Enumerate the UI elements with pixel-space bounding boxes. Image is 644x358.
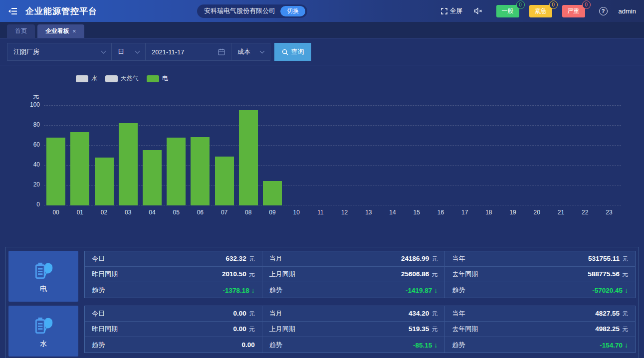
metric-label: 上月同期: [269, 270, 295, 279]
bar-hour-03[interactable]: [119, 123, 138, 205]
metric-value: 4827.55元: [595, 310, 628, 318]
fullscreen-button[interactable]: 全屏: [441, 6, 463, 15]
metric-unit: 元: [431, 255, 437, 262]
alarm-button-严重[interactable]: 严重0: [562, 5, 585, 17]
metric-label: 趋势: [452, 341, 465, 350]
metric-number: -1419.87: [406, 287, 432, 294]
tab-enterprise-board[interactable]: 企业看板 ×: [37, 24, 84, 38]
metric-value: 434.20元: [409, 310, 437, 318]
help-icon[interactable]: ?: [599, 7, 608, 15]
x-axis-tick: 04: [141, 209, 163, 216]
metric-value: -154.70↓: [600, 341, 628, 349]
bar-hour-05[interactable]: [167, 138, 186, 205]
metric-label: 去年同期: [452, 270, 478, 279]
metric-cell: 今日632.32元: [85, 251, 262, 267]
x-axis-tick: 12: [334, 209, 356, 216]
query-button[interactable]: 查询: [274, 43, 311, 61]
x-axis-tick: 01: [69, 209, 91, 216]
legend-label: 天然气: [121, 74, 139, 83]
site-select[interactable]: 江阴厂房: [7, 43, 112, 61]
x-axis-tick: 21: [550, 209, 572, 216]
bar-hour-01[interactable]: [70, 132, 89, 205]
x-axis-tick: 19: [502, 209, 524, 216]
metric-value: 24186.99元: [401, 255, 437, 263]
tab-close-icon[interactable]: ×: [72, 27, 76, 35]
metric-label: 昨日同期: [92, 325, 118, 334]
y-axis-tick: 100: [20, 101, 40, 108]
metric-label: 趋势: [269, 341, 282, 350]
menu-fold-icon[interactable]: [8, 7, 17, 15]
metric-value: -1419.87↓: [406, 286, 437, 294]
energy-type-card: 电: [8, 251, 78, 302]
header-actions: 全屏 一般0紧急0严重0 ? admin: [441, 5, 636, 17]
period-select[interactable]: 日: [112, 43, 146, 61]
metric-label: 趋势: [452, 286, 465, 295]
metric-unit: 元: [249, 255, 255, 262]
bar-hour-02[interactable]: [95, 158, 114, 205]
energy-type-label: 电: [40, 285, 47, 294]
metric-label: 当月: [269, 254, 282, 263]
metric-cell: 昨日同期2010.50元: [85, 267, 262, 282]
metric-value: 4982.25元: [595, 325, 628, 334]
metric-value: 0.00元: [233, 310, 255, 318]
bar-hour-06[interactable]: [191, 137, 210, 205]
metric-cell: 趋势0.00: [85, 337, 262, 353]
metric-value: 25606.86元: [401, 270, 437, 279]
x-axis-tick: 20: [526, 209, 548, 216]
metric-number: 4982.25: [595, 325, 620, 333]
metric-number: 632.32: [226, 255, 246, 262]
query-button-label: 查询: [291, 47, 304, 56]
calendar-icon: [218, 48, 225, 55]
x-axis-tick: 13: [358, 209, 380, 216]
tab-enterprise-board-label: 企业看板: [45, 27, 69, 35]
bar-hour-07[interactable]: [215, 157, 234, 205]
y-axis-unit: 元: [29, 92, 43, 101]
chevron-down-icon: [260, 48, 265, 53]
metric-select[interactable]: 成本: [231, 43, 270, 61]
username[interactable]: admin: [619, 7, 636, 15]
metric-cell: 昨日同期0.00元: [85, 322, 262, 337]
top-header: 企业能源管控平台 安科瑞电气股份有限公司 切换 全屏 一般0紧急0严重0 ? a…: [0, 0, 644, 22]
bar-hour-00[interactable]: [46, 138, 65, 205]
metric-number: 434.20: [409, 310, 429, 317]
x-axis-tick: 15: [406, 209, 428, 216]
legend-item-天然气[interactable]: 天然气: [105, 74, 139, 83]
metric-number: 4827.55: [595, 310, 620, 317]
metric-number: 2010.50: [222, 270, 246, 278]
legend-item-水[interactable]: 水: [76, 74, 97, 83]
metric-number: 0.00: [233, 325, 246, 333]
metric-number: 25606.86: [401, 270, 429, 278]
x-axis-tick: 17: [454, 209, 476, 216]
x-axis-tick: 14: [382, 209, 404, 216]
legend-item-电[interactable]: 电: [147, 74, 168, 83]
energy-type-label: 水: [40, 340, 47, 349]
metric-number: -154.70: [600, 342, 623, 349]
chevron-down-icon: [135, 48, 140, 53]
x-axis-tick: 08: [237, 209, 259, 216]
site-select-value: 江阴厂房: [13, 47, 96, 56]
tab-home[interactable]: 首页: [7, 24, 35, 38]
metric-select-value: 成本: [237, 47, 254, 56]
mute-icon[interactable]: [474, 7, 482, 14]
alarm-button-紧急[interactable]: 紧急0: [529, 5, 552, 17]
bar-hour-08[interactable]: [239, 110, 258, 205]
y-axis-tick: 60: [20, 141, 40, 148]
metric-unit: 元: [622, 271, 628, 278]
metric-cell: 趋势-57020.45↓: [445, 282, 635, 298]
bar-hour-04[interactable]: [143, 150, 162, 205]
energy-metrics-grid: 今日0.00元当月434.20元当年4827.55元昨日同期0.00元上月同期5…: [84, 306, 636, 353]
period-select-value: 日: [118, 47, 130, 56]
metric-number: 0.00: [242, 341, 255, 349]
x-axis-tick: 18: [478, 209, 500, 216]
y-axis-tick: 0: [20, 201, 40, 208]
metric-cell: 当月24186.99元: [262, 251, 445, 267]
alarm-button-一般[interactable]: 一般0: [496, 5, 519, 17]
alarm-count-badge: 0: [549, 0, 558, 9]
switch-company-button[interactable]: 切换: [280, 6, 305, 16]
metric-cell: 去年同期588775.56元: [445, 267, 635, 282]
legend-swatch: [147, 75, 159, 82]
bar-hour-09[interactable]: [263, 181, 282, 205]
date-picker[interactable]: 2021-11-17: [146, 43, 231, 61]
x-axis-tick: 05: [165, 209, 187, 216]
fullscreen-label: 全屏: [450, 6, 463, 15]
